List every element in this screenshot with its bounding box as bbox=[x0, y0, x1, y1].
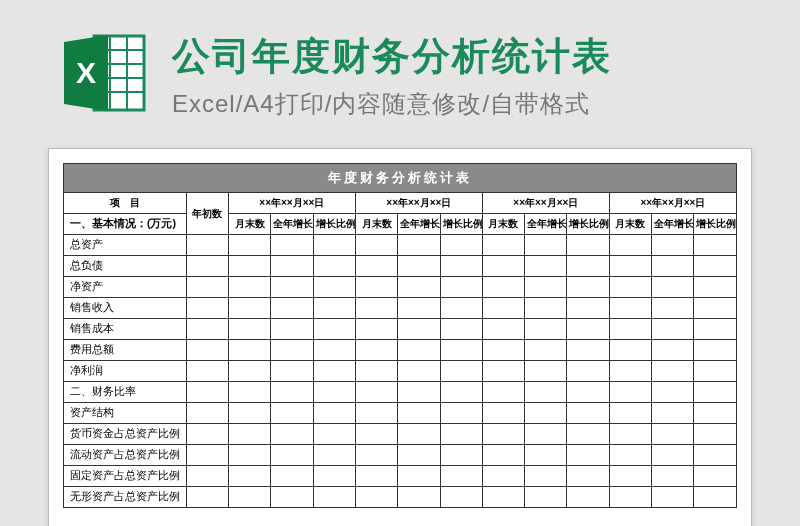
title-block: 公司年度财务分析统计表 Excel/A4打印/内容随意修改/自带格式 bbox=[172, 31, 612, 120]
col-project: 项 目 bbox=[64, 193, 187, 214]
table-row: 总资产 bbox=[64, 235, 737, 256]
table-row: 固定资产占总资产比例 bbox=[64, 466, 737, 487]
row-label: 销售成本 bbox=[64, 319, 187, 340]
row-label: 净资产 bbox=[64, 277, 187, 298]
table-body: 总资产 总负债 净资产 销售收入 销售成本 费用总额 净利润 二、财务比率 资产… bbox=[64, 235, 737, 508]
col-period-1: ××年××月××日 bbox=[228, 193, 355, 214]
subtitle: Excel/A4打印/内容随意修改/自带格式 bbox=[172, 88, 612, 120]
col-growth-2: 增长比例 bbox=[440, 214, 482, 235]
col-growth-4: 增长比例 bbox=[694, 214, 737, 235]
col-growth-3: 增长比例 bbox=[567, 214, 609, 235]
col-period-3: ××年××月××日 bbox=[482, 193, 609, 214]
col-growth-1: 增长比例 bbox=[313, 214, 355, 235]
col-period-2: ××年××月××日 bbox=[355, 193, 482, 214]
table-row: 流动资产占总资产比例 bbox=[64, 445, 737, 466]
table-row: 费用总额 bbox=[64, 340, 737, 361]
row-label: 净利润 bbox=[64, 361, 187, 382]
col-year-start: 年初数 bbox=[186, 193, 228, 235]
row-label: 总负债 bbox=[64, 256, 187, 277]
table-row: 二、财务比率 bbox=[64, 382, 737, 403]
row-label: 二、财务比率 bbox=[64, 382, 187, 403]
table-row: 总负债 bbox=[64, 256, 737, 277]
row-basic-info: 一、基本情况：(万元) bbox=[64, 214, 187, 235]
excel-icon: X bbox=[60, 28, 150, 122]
table-row: 无形资产占总资产比例 bbox=[64, 487, 737, 508]
main-title: 公司年度财务分析统计表 bbox=[172, 31, 612, 82]
table-title: 年度财务分析统计表 bbox=[64, 164, 737, 193]
row-label: 流动资产占总资产比例 bbox=[64, 445, 187, 466]
table-row: 净利润 bbox=[64, 361, 737, 382]
row-label: 销售收入 bbox=[64, 298, 187, 319]
col-monthend-1: 月末数 bbox=[228, 214, 270, 235]
col-yearinc-1: 全年增长额 bbox=[271, 214, 313, 235]
financial-table: 年度财务分析统计表 项 目 年初数 ××年××月××日 ××年××月××日 ××… bbox=[63, 163, 737, 508]
table-row: 资产结构 bbox=[64, 403, 737, 424]
col-yearinc-4: 全年增长额 bbox=[652, 214, 694, 235]
row-label: 无形资产占总资产比例 bbox=[64, 487, 187, 508]
row-label: 总资产 bbox=[64, 235, 187, 256]
row-label: 固定资产占总资产比例 bbox=[64, 466, 187, 487]
col-yearinc-3: 全年增长额 bbox=[525, 214, 567, 235]
header: X 公司年度财务分析统计表 Excel/A4打印/内容随意修改/自带格式 bbox=[0, 0, 800, 140]
col-monthend-2: 月末数 bbox=[355, 214, 397, 235]
col-monthend-3: 月末数 bbox=[482, 214, 524, 235]
spreadsheet-preview: 年度财务分析统计表 项 目 年初数 ××年××月××日 ××年××月××日 ××… bbox=[48, 148, 752, 526]
row-label: 资产结构 bbox=[64, 403, 187, 424]
row-label: 费用总额 bbox=[64, 340, 187, 361]
col-period-4: ××年××月××日 bbox=[609, 193, 736, 214]
table-row: 销售收入 bbox=[64, 298, 737, 319]
table-row: 货币资金占总资产比例 bbox=[64, 424, 737, 445]
col-monthend-4: 月末数 bbox=[609, 214, 651, 235]
col-yearinc-2: 全年增长额 bbox=[398, 214, 440, 235]
svg-text:X: X bbox=[76, 56, 96, 89]
table-row: 销售成本 bbox=[64, 319, 737, 340]
table-row: 净资产 bbox=[64, 277, 737, 298]
row-label: 货币资金占总资产比例 bbox=[64, 424, 187, 445]
